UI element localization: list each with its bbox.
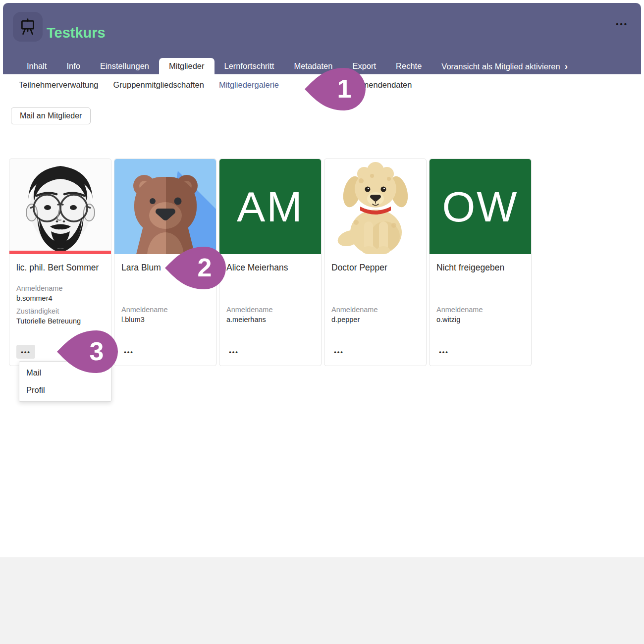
login-value: b.sommer4 (16, 294, 104, 302)
member-card: AM Alice Meierhans Anmeldename a.meierha… (219, 159, 322, 366)
course-icon-tile (13, 12, 43, 42)
member-more-button[interactable]: ••• (436, 345, 451, 359)
footer-background (0, 557, 644, 644)
login-field: Anmeldename l.blum3 (121, 306, 209, 323)
member-card-body: Nicht freigegeben Anmeldename o.witzig (429, 263, 531, 323)
annotation-number: 1 (337, 74, 352, 103)
member-card: OW Nicht freigegeben Anmeldename o.witzi… (429, 159, 532, 366)
member-avatar: OW (429, 159, 531, 254)
annotation-number: 3 (90, 337, 104, 366)
tab-rechte[interactable]: Rechte (386, 58, 431, 74)
member-more-button[interactable]: ••• (16, 345, 35, 359)
member-avatar: AM (219, 159, 321, 254)
annotation-callout-1: 1 (304, 66, 366, 112)
member-avatar (324, 159, 426, 254)
login-field: Anmeldename b.sommer4 (16, 284, 104, 302)
login-value: o.witzig (436, 316, 524, 323)
member-avatar (114, 159, 216, 254)
mail-to-members-button[interactable]: Mail an Mitglieder (11, 107, 91, 124)
member-name: Alice Meierhans (226, 263, 314, 273)
tab-inhalt[interactable]: Inhalt (17, 58, 56, 74)
login-value: a.meierhans (226, 316, 314, 323)
tab-lernfortschritt[interactable]: Lernfortschritt (215, 58, 284, 74)
annotation-callout-2: 2 (164, 245, 226, 291)
page-title: Testkurs (47, 25, 106, 41)
subnav-teilnehmerverwaltung[interactable]: Teilnehmerverwaltung (19, 80, 99, 90)
member-more-button[interactable]: ••• (331, 345, 346, 359)
role-label: Zuständigkeit (16, 307, 104, 315)
member-name: Nicht freigegeben (436, 263, 524, 273)
poodle-dog-illustration (324, 159, 426, 254)
login-field: Anmeldename a.meierhans (226, 306, 314, 323)
member-card-body: lic. phil. Bert Sommer Anmeldename b.som… (9, 263, 111, 325)
man-portrait-sketch (9, 159, 111, 254)
initials-avatar: OW (429, 159, 531, 254)
subnav-gruppenmitgliedschaften[interactable]: Gruppenmitgliedschaften (113, 80, 204, 90)
login-value: d.pepper (331, 316, 419, 323)
tab-voransicht-label: Voransicht als Mitglied aktivieren (441, 62, 560, 71)
owner-red-underline (9, 251, 111, 254)
course-tab-bar: Inhalt Info Einstellungen Mitglieder Ler… (17, 58, 578, 74)
course-header: Testkurs ••• Inhalt Info Einstellungen M… (3, 3, 641, 74)
login-label: Anmeldename (121, 306, 209, 314)
annotation-number: 2 (198, 253, 212, 282)
tab-info[interactable]: Info (56, 58, 90, 74)
member-name: lic. phil. Bert Sommer (16, 263, 104, 273)
login-field: Anmeldename d.pepper (331, 306, 419, 323)
context-menu-profil[interactable]: Profil (19, 381, 111, 399)
tab-einstellungen[interactable]: Einstellungen (90, 58, 159, 74)
login-field: Anmeldename o.witzig (436, 306, 524, 323)
member-card-body: Alice Meierhans Anmeldename a.meierhans (219, 263, 321, 323)
tab-mitglieder[interactable]: Mitglieder (159, 58, 215, 74)
tab-voransicht[interactable]: Voransicht als Mitglied aktivieren› (431, 58, 578, 74)
subnav-mitgliedergalerie[interactable]: Mitgliedergalerie (219, 80, 279, 90)
role-value: Tutorielle Betreuung (16, 317, 104, 325)
member-card: Doctor Pepper Anmeldename d.pepper ••• (324, 159, 427, 366)
annotation-callout-3: 3 (56, 329, 118, 375)
initials-avatar: AM (219, 159, 321, 254)
login-value: l.blum3 (121, 316, 209, 323)
login-label: Anmeldename (226, 306, 314, 314)
role-field: Zuständigkeit Tutorielle Betreuung (16, 307, 104, 325)
member-more-button[interactable]: ••• (121, 345, 136, 359)
bear-avatar-illustration (114, 159, 216, 254)
header-more-icon[interactable]: ••• (616, 20, 628, 28)
member-card-body: Doctor Pepper Anmeldename d.pepper (324, 263, 426, 323)
login-label: Anmeldename (16, 284, 104, 292)
member-gallery-page: Testkurs ••• Inhalt Info Einstellungen M… (0, 0, 644, 644)
chevron-right-icon: › (565, 61, 568, 71)
member-avatar (9, 159, 111, 254)
login-label: Anmeldename (331, 306, 419, 314)
member-more-button[interactable]: ••• (226, 345, 241, 359)
login-label: Anmeldename (436, 306, 524, 314)
member-name: Doctor Pepper (331, 263, 419, 273)
presentation-board-icon (19, 17, 37, 36)
